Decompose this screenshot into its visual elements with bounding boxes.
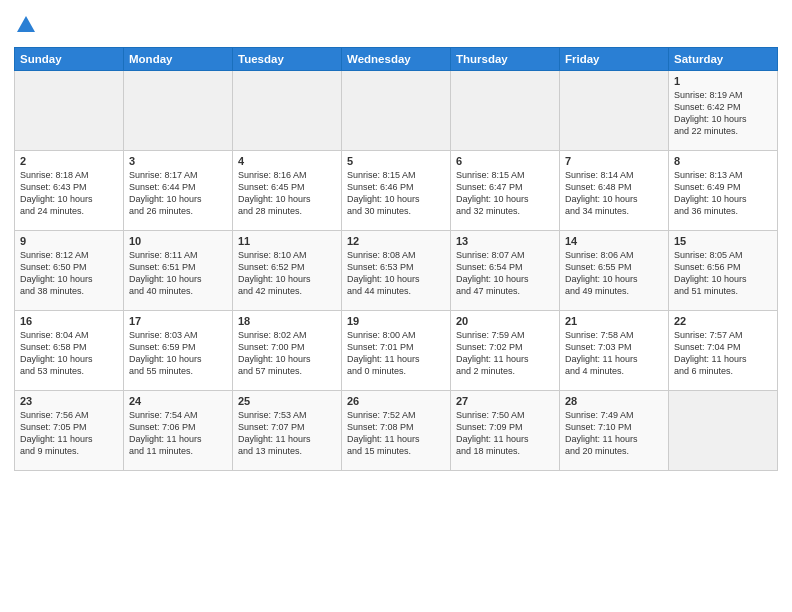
calendar-header-thursday: Thursday bbox=[451, 47, 560, 70]
calendar-cell bbox=[15, 70, 124, 150]
calendar-cell: 8Sunrise: 8:13 AM Sunset: 6:49 PM Daylig… bbox=[669, 150, 778, 230]
day-number: 23 bbox=[20, 395, 118, 407]
day-number: 19 bbox=[347, 315, 445, 327]
calendar-cell: 3Sunrise: 8:17 AM Sunset: 6:44 PM Daylig… bbox=[124, 150, 233, 230]
day-number: 13 bbox=[456, 235, 554, 247]
day-info: Sunrise: 8:07 AM Sunset: 6:54 PM Dayligh… bbox=[456, 249, 554, 298]
calendar-header-sunday: Sunday bbox=[15, 47, 124, 70]
day-number: 9 bbox=[20, 235, 118, 247]
day-info: Sunrise: 8:12 AM Sunset: 6:50 PM Dayligh… bbox=[20, 249, 118, 298]
logo-icon bbox=[15, 14, 37, 36]
day-number: 1 bbox=[674, 75, 772, 87]
day-info: Sunrise: 8:05 AM Sunset: 6:56 PM Dayligh… bbox=[674, 249, 772, 298]
day-number: 25 bbox=[238, 395, 336, 407]
day-info: Sunrise: 8:15 AM Sunset: 6:47 PM Dayligh… bbox=[456, 169, 554, 218]
calendar-cell: 28Sunrise: 7:49 AM Sunset: 7:10 PM Dayli… bbox=[560, 390, 669, 470]
day-number: 28 bbox=[565, 395, 663, 407]
day-number: 7 bbox=[565, 155, 663, 167]
calendar-cell bbox=[233, 70, 342, 150]
day-info: Sunrise: 7:59 AM Sunset: 7:02 PM Dayligh… bbox=[456, 329, 554, 378]
day-number: 26 bbox=[347, 395, 445, 407]
day-info: Sunrise: 7:49 AM Sunset: 7:10 PM Dayligh… bbox=[565, 409, 663, 458]
header bbox=[14, 10, 778, 41]
day-number: 15 bbox=[674, 235, 772, 247]
calendar-cell: 13Sunrise: 8:07 AM Sunset: 6:54 PM Dayli… bbox=[451, 230, 560, 310]
day-number: 14 bbox=[565, 235, 663, 247]
calendar-cell: 7Sunrise: 8:14 AM Sunset: 6:48 PM Daylig… bbox=[560, 150, 669, 230]
calendar-cell: 12Sunrise: 8:08 AM Sunset: 6:53 PM Dayli… bbox=[342, 230, 451, 310]
logo bbox=[14, 14, 37, 41]
calendar-cell: 9Sunrise: 8:12 AM Sunset: 6:50 PM Daylig… bbox=[15, 230, 124, 310]
calendar-cell: 11Sunrise: 8:10 AM Sunset: 6:52 PM Dayli… bbox=[233, 230, 342, 310]
calendar-cell: 18Sunrise: 8:02 AM Sunset: 7:00 PM Dayli… bbox=[233, 310, 342, 390]
day-number: 3 bbox=[129, 155, 227, 167]
day-info: Sunrise: 7:58 AM Sunset: 7:03 PM Dayligh… bbox=[565, 329, 663, 378]
day-number: 18 bbox=[238, 315, 336, 327]
calendar-cell bbox=[560, 70, 669, 150]
calendar-cell: 2Sunrise: 8:18 AM Sunset: 6:43 PM Daylig… bbox=[15, 150, 124, 230]
day-info: Sunrise: 8:18 AM Sunset: 6:43 PM Dayligh… bbox=[20, 169, 118, 218]
calendar-cell: 24Sunrise: 7:54 AM Sunset: 7:06 PM Dayli… bbox=[124, 390, 233, 470]
calendar-header-row: SundayMondayTuesdayWednesdayThursdayFrid… bbox=[15, 47, 778, 70]
calendar-cell bbox=[451, 70, 560, 150]
calendar-cell bbox=[342, 70, 451, 150]
day-number: 24 bbox=[129, 395, 227, 407]
day-info: Sunrise: 8:00 AM Sunset: 7:01 PM Dayligh… bbox=[347, 329, 445, 378]
calendar-cell: 20Sunrise: 7:59 AM Sunset: 7:02 PM Dayli… bbox=[451, 310, 560, 390]
calendar-header-saturday: Saturday bbox=[669, 47, 778, 70]
day-info: Sunrise: 7:53 AM Sunset: 7:07 PM Dayligh… bbox=[238, 409, 336, 458]
day-info: Sunrise: 8:10 AM Sunset: 6:52 PM Dayligh… bbox=[238, 249, 336, 298]
calendar-header-wednesday: Wednesday bbox=[342, 47, 451, 70]
day-number: 21 bbox=[565, 315, 663, 327]
calendar-cell: 27Sunrise: 7:50 AM Sunset: 7:09 PM Dayli… bbox=[451, 390, 560, 470]
calendar-cell: 15Sunrise: 8:05 AM Sunset: 6:56 PM Dayli… bbox=[669, 230, 778, 310]
calendar-header-tuesday: Tuesday bbox=[233, 47, 342, 70]
day-info: Sunrise: 8:06 AM Sunset: 6:55 PM Dayligh… bbox=[565, 249, 663, 298]
day-info: Sunrise: 7:50 AM Sunset: 7:09 PM Dayligh… bbox=[456, 409, 554, 458]
calendar-cell: 21Sunrise: 7:58 AM Sunset: 7:03 PM Dayli… bbox=[560, 310, 669, 390]
day-info: Sunrise: 7:54 AM Sunset: 7:06 PM Dayligh… bbox=[129, 409, 227, 458]
day-info: Sunrise: 8:17 AM Sunset: 6:44 PM Dayligh… bbox=[129, 169, 227, 218]
day-number: 4 bbox=[238, 155, 336, 167]
calendar-cell: 25Sunrise: 7:53 AM Sunset: 7:07 PM Dayli… bbox=[233, 390, 342, 470]
day-number: 8 bbox=[674, 155, 772, 167]
calendar-week-1: 2Sunrise: 8:18 AM Sunset: 6:43 PM Daylig… bbox=[15, 150, 778, 230]
calendar-cell: 1Sunrise: 8:19 AM Sunset: 6:42 PM Daylig… bbox=[669, 70, 778, 150]
calendar-week-3: 16Sunrise: 8:04 AM Sunset: 6:58 PM Dayli… bbox=[15, 310, 778, 390]
day-info: Sunrise: 8:08 AM Sunset: 6:53 PM Dayligh… bbox=[347, 249, 445, 298]
day-info: Sunrise: 7:56 AM Sunset: 7:05 PM Dayligh… bbox=[20, 409, 118, 458]
calendar: SundayMondayTuesdayWednesdayThursdayFrid… bbox=[14, 47, 778, 471]
day-info: Sunrise: 8:04 AM Sunset: 6:58 PM Dayligh… bbox=[20, 329, 118, 378]
day-number: 17 bbox=[129, 315, 227, 327]
calendar-cell: 17Sunrise: 8:03 AM Sunset: 6:59 PM Dayli… bbox=[124, 310, 233, 390]
calendar-cell: 19Sunrise: 8:00 AM Sunset: 7:01 PM Dayli… bbox=[342, 310, 451, 390]
day-number: 12 bbox=[347, 235, 445, 247]
day-info: Sunrise: 8:16 AM Sunset: 6:45 PM Dayligh… bbox=[238, 169, 336, 218]
svg-marker-0 bbox=[17, 16, 35, 32]
day-number: 2 bbox=[20, 155, 118, 167]
calendar-cell: 10Sunrise: 8:11 AM Sunset: 6:51 PM Dayli… bbox=[124, 230, 233, 310]
calendar-cell: 22Sunrise: 7:57 AM Sunset: 7:04 PM Dayli… bbox=[669, 310, 778, 390]
calendar-week-4: 23Sunrise: 7:56 AM Sunset: 7:05 PM Dayli… bbox=[15, 390, 778, 470]
day-number: 5 bbox=[347, 155, 445, 167]
day-info: Sunrise: 8:13 AM Sunset: 6:49 PM Dayligh… bbox=[674, 169, 772, 218]
calendar-week-2: 9Sunrise: 8:12 AM Sunset: 6:50 PM Daylig… bbox=[15, 230, 778, 310]
calendar-header-friday: Friday bbox=[560, 47, 669, 70]
day-number: 11 bbox=[238, 235, 336, 247]
day-number: 27 bbox=[456, 395, 554, 407]
day-number: 22 bbox=[674, 315, 772, 327]
calendar-cell: 4Sunrise: 8:16 AM Sunset: 6:45 PM Daylig… bbox=[233, 150, 342, 230]
day-info: Sunrise: 7:57 AM Sunset: 7:04 PM Dayligh… bbox=[674, 329, 772, 378]
day-number: 16 bbox=[20, 315, 118, 327]
calendar-cell: 23Sunrise: 7:56 AM Sunset: 7:05 PM Dayli… bbox=[15, 390, 124, 470]
day-info: Sunrise: 8:02 AM Sunset: 7:00 PM Dayligh… bbox=[238, 329, 336, 378]
calendar-cell: 5Sunrise: 8:15 AM Sunset: 6:46 PM Daylig… bbox=[342, 150, 451, 230]
calendar-cell: 6Sunrise: 8:15 AM Sunset: 6:47 PM Daylig… bbox=[451, 150, 560, 230]
day-info: Sunrise: 8:14 AM Sunset: 6:48 PM Dayligh… bbox=[565, 169, 663, 218]
calendar-cell: 26Sunrise: 7:52 AM Sunset: 7:08 PM Dayli… bbox=[342, 390, 451, 470]
day-number: 10 bbox=[129, 235, 227, 247]
day-number: 20 bbox=[456, 315, 554, 327]
day-info: Sunrise: 7:52 AM Sunset: 7:08 PM Dayligh… bbox=[347, 409, 445, 458]
day-info: Sunrise: 8:15 AM Sunset: 6:46 PM Dayligh… bbox=[347, 169, 445, 218]
calendar-cell bbox=[124, 70, 233, 150]
